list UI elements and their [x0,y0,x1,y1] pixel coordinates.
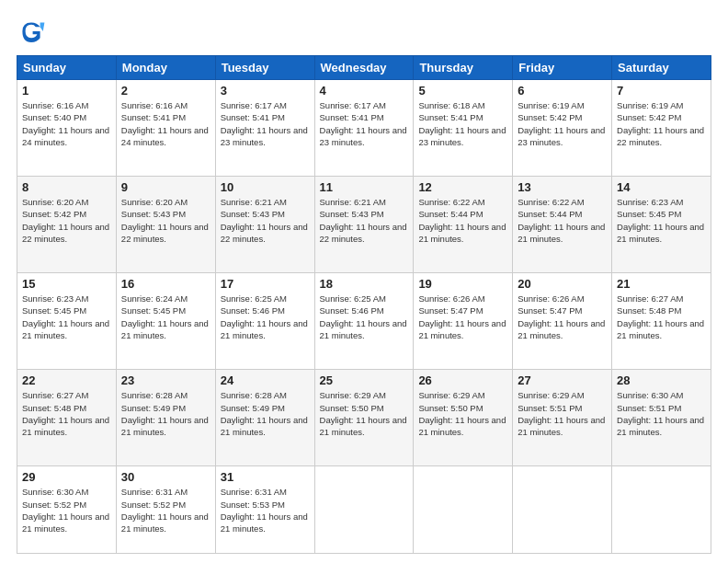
daylight-text: Daylight: 11 hours and 21 minutes. [22,318,109,340]
sunset-text: Sunset: 5:47 PM [418,305,483,316]
calendar-cell [513,466,612,554]
sunset-text: Sunset: 5:40 PM [22,112,86,122]
calendar-cell: 13 Sunrise: 6:22 AM Sunset: 5:44 PM Dayl… [513,177,612,273]
sunrise-text: Sunrise: 6:18 AM [418,100,484,110]
sunrise-text: Sunrise: 6:28 AM [121,390,188,400]
sunset-text: Sunset: 5:53 PM [221,500,285,510]
day-number: 7 [617,84,706,98]
sunset-text: Sunset: 5:50 PM [418,403,483,413]
sunset-text: Sunset: 5:51 PM [617,403,681,413]
calendar-cell: 2 Sunrise: 6:16 AM Sunset: 5:41 PM Dayli… [116,80,215,177]
day-number: 2 [121,84,210,98]
calendar-cell: 31 Sunrise: 6:31 AM Sunset: 5:53 PM Dayl… [215,466,314,554]
daylight-text: Daylight: 11 hours and 22 minutes. [320,222,407,244]
calendar-header-wednesday: Wednesday [314,56,414,80]
logo [17,17,50,46]
sunrise-text: Sunrise: 6:31 AM [121,487,188,497]
sunrise-text: Sunrise: 6:19 AM [518,100,584,110]
daylight-text: Daylight: 11 hours and 21 minutes. [418,222,506,244]
day-info: Sunrise: 6:30 AM Sunset: 5:51 PM Dayligh… [617,389,706,438]
daylight-text: Daylight: 11 hours and 21 minutes. [418,318,506,340]
day-number: 22 [22,373,111,387]
sunrise-text: Sunrise: 6:21 AM [320,197,386,207]
daylight-text: Daylight: 11 hours and 21 minutes. [518,318,605,340]
calendar-header-friday: Friday [513,56,612,80]
day-info: Sunrise: 6:22 AM Sunset: 5:44 PM Dayligh… [418,196,507,245]
calendar-header-sunday: Sunday [17,56,117,80]
calendar-cell: 25 Sunrise: 6:29 AM Sunset: 5:50 PM Dayl… [314,370,414,466]
day-info: Sunrise: 6:20 AM Sunset: 5:42 PM Dayligh… [22,196,111,245]
day-number: 29 [22,470,111,484]
sunset-text: Sunset: 5:52 PM [22,500,86,510]
day-number: 1 [22,84,111,98]
sunrise-text: Sunrise: 6:20 AM [121,197,188,207]
sunrise-text: Sunrise: 6:16 AM [22,100,88,110]
sunrise-text: Sunrise: 6:26 AM [518,293,584,304]
sunrise-text: Sunrise: 6:25 AM [320,293,386,304]
day-info: Sunrise: 6:23 AM Sunset: 5:45 PM Dayligh… [22,293,111,341]
day-number: 21 [617,277,706,291]
calendar-header-thursday: Thursday [414,56,513,80]
day-number: 6 [518,84,607,98]
day-info: Sunrise: 6:17 AM Sunset: 5:41 PM Dayligh… [320,99,409,148]
daylight-text: Daylight: 11 hours and 22 minutes. [221,222,308,244]
day-number: 24 [221,373,310,387]
day-number: 3 [221,84,310,98]
day-number: 20 [518,277,607,291]
day-number: 14 [617,180,706,194]
day-number: 9 [121,180,210,194]
calendar-cell: 8 Sunrise: 6:20 AM Sunset: 5:42 PM Dayli… [17,177,117,273]
calendar-header-tuesday: Tuesday [215,56,314,80]
daylight-text: Daylight: 11 hours and 23 minutes. [518,125,605,147]
calendar-cell: 24 Sunrise: 6:28 AM Sunset: 5:49 PM Dayl… [215,370,314,466]
sunrise-text: Sunrise: 6:17 AM [221,100,287,110]
sunrise-text: Sunrise: 6:27 AM [22,390,88,400]
sunrise-text: Sunrise: 6:17 AM [320,100,386,110]
calendar-cell: 10 Sunrise: 6:21 AM Sunset: 5:43 PM Dayl… [215,177,314,273]
day-info: Sunrise: 6:16 AM Sunset: 5:41 PM Dayligh… [121,99,210,148]
daylight-text: Daylight: 11 hours and 21 minutes. [320,318,407,340]
day-number: 4 [320,84,409,98]
sunrise-text: Sunrise: 6:29 AM [320,390,386,400]
calendar-cell: 22 Sunrise: 6:27 AM Sunset: 5:48 PM Dayl… [17,370,117,466]
daylight-text: Daylight: 11 hours and 21 minutes. [518,222,605,244]
day-number: 15 [22,277,111,291]
sunrise-text: Sunrise: 6:23 AM [617,197,683,207]
daylight-text: Daylight: 11 hours and 21 minutes. [121,318,209,340]
calendar-cell: 29 Sunrise: 6:30 AM Sunset: 5:52 PM Dayl… [17,466,117,554]
sunset-text: Sunset: 5:44 PM [418,209,483,219]
day-number: 27 [518,373,607,387]
day-info: Sunrise: 6:28 AM Sunset: 5:49 PM Dayligh… [221,389,310,438]
daylight-text: Daylight: 11 hours and 23 minutes. [418,125,506,147]
daylight-text: Daylight: 11 hours and 21 minutes. [221,318,308,340]
calendar-cell [612,466,711,554]
daylight-text: Daylight: 11 hours and 21 minutes. [121,511,209,534]
day-number: 17 [221,277,310,291]
calendar-cell: 7 Sunrise: 6:19 AM Sunset: 5:42 PM Dayli… [612,80,711,177]
day-number: 25 [320,373,409,387]
sunset-text: Sunset: 5:42 PM [22,209,86,219]
calendar-cell: 16 Sunrise: 6:24 AM Sunset: 5:45 PM Dayl… [116,273,215,370]
calendar-week-3: 15 Sunrise: 6:23 AM Sunset: 5:45 PM Dayl… [17,273,711,370]
day-number: 28 [617,373,706,387]
sunset-text: Sunset: 5:43 PM [320,209,384,219]
daylight-text: Daylight: 11 hours and 21 minutes. [617,222,704,244]
day-info: Sunrise: 6:30 AM Sunset: 5:52 PM Dayligh… [22,486,111,534]
calendar-cell: 9 Sunrise: 6:20 AM Sunset: 5:43 PM Dayli… [116,177,215,273]
day-number: 26 [418,373,507,387]
calendar-cell: 19 Sunrise: 6:26 AM Sunset: 5:47 PM Dayl… [414,273,513,370]
day-number: 18 [320,277,409,291]
calendar-cell: 23 Sunrise: 6:28 AM Sunset: 5:49 PM Dayl… [116,370,215,466]
day-info: Sunrise: 6:21 AM Sunset: 5:43 PM Dayligh… [320,196,409,245]
page: SundayMondayTuesdayWednesdayThursdayFrid… [0,0,728,563]
sunrise-text: Sunrise: 6:20 AM [22,197,88,207]
calendar-cell: 11 Sunrise: 6:21 AM Sunset: 5:43 PM Dayl… [314,177,414,273]
sunset-text: Sunset: 5:49 PM [221,403,285,413]
day-info: Sunrise: 6:28 AM Sunset: 5:49 PM Dayligh… [121,389,210,438]
header [17,17,711,46]
day-info: Sunrise: 6:22 AM Sunset: 5:44 PM Dayligh… [518,196,607,245]
sunset-text: Sunset: 5:42 PM [518,112,582,122]
day-info: Sunrise: 6:19 AM Sunset: 5:42 PM Dayligh… [518,99,607,148]
day-info: Sunrise: 6:21 AM Sunset: 5:43 PM Dayligh… [221,196,310,245]
daylight-text: Daylight: 11 hours and 22 minutes. [617,125,704,147]
